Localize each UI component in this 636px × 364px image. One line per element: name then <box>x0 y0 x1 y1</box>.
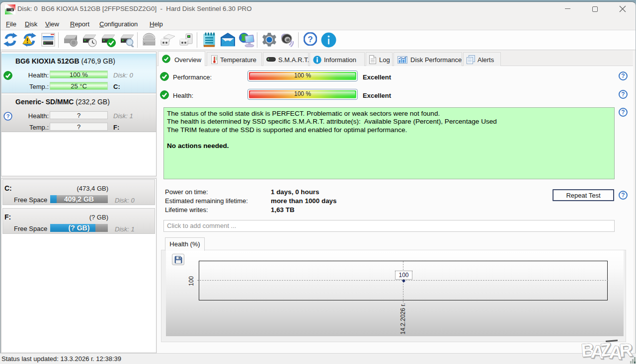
svg-text:?: ? <box>308 35 313 44</box>
svg-text:R: R <box>619 340 634 361</box>
svg-text:?: ? <box>6 113 10 119</box>
